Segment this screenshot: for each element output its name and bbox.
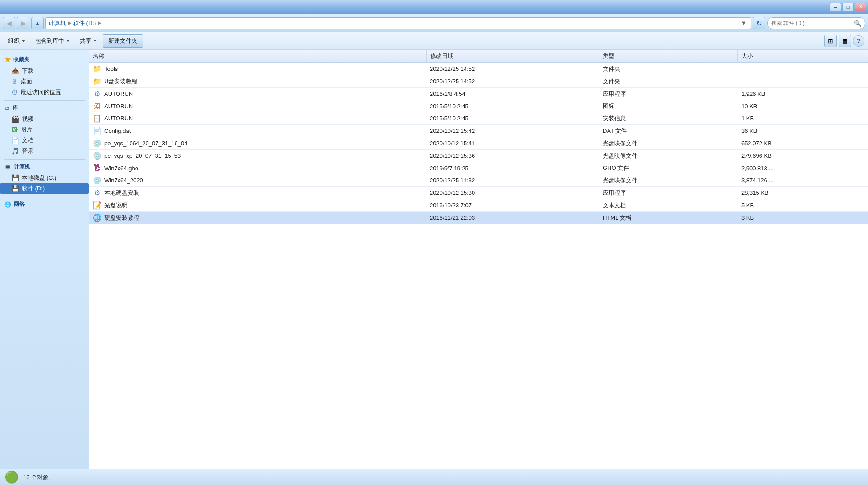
breadcrumb-computer[interactable]: 计算机 xyxy=(49,19,66,27)
file-size: 10 KB xyxy=(738,100,868,112)
back-button[interactable]: ◀ xyxy=(3,17,15,29)
sidebar-header-favorites[interactable]: ★ 收藏夹 xyxy=(0,53,89,66)
file-name: Win7x64.gho xyxy=(104,165,138,172)
archive-button[interactable]: 包含到库中 ▼ xyxy=(31,34,74,48)
col-type[interactable]: 类型 xyxy=(599,50,738,63)
archive-arrow: ▼ xyxy=(66,39,70,43)
file-type: 应用程序 xyxy=(599,88,738,100)
col-modified[interactable]: 修改日期 xyxy=(426,50,599,63)
col-name[interactable]: 名称 xyxy=(89,50,426,63)
table-row[interactable]: 📋 AUTORUN 2015/5/10 2:45 安装信息 1 KB xyxy=(89,112,868,125)
file-name-cell: ⚙ AUTORUN xyxy=(89,88,426,100)
sidebar-item-video[interactable]: 🎬 视频 xyxy=(0,114,89,124)
breadcrumb: 计算机 ▶ 软件 (D:) ▶ ▼ xyxy=(45,17,751,29)
file-size: 652,072 KB xyxy=(738,137,868,150)
sidebar-item-recent[interactable]: ⏱ 最近访问的位置 xyxy=(0,87,89,98)
help-button[interactable]: ? xyxy=(853,35,864,47)
up-button[interactable]: ▲ xyxy=(31,17,44,29)
organize-button[interactable]: 组织 ▼ xyxy=(4,34,30,48)
file-type: 文件夹 xyxy=(599,75,738,88)
sidebar-item-music[interactable]: 🎵 音乐 xyxy=(0,146,89,156)
sidebar-item-document[interactable]: 📄 文档 xyxy=(0,135,89,146)
sidebar-section-favorites: ★ 收藏夹 📥 下载 🖥 桌面 ⏱ 最近访问的位置 xyxy=(0,53,89,98)
table-row[interactable]: 📄 Config.dat 2020/10/12 15:42 DAT 文件 36 … xyxy=(89,125,868,137)
sidebar-item-software-d[interactable]: 💾 软件 (D:) xyxy=(0,183,89,194)
sidebar-item-desktop[interactable]: 🖥 桌面 xyxy=(0,76,89,87)
file-icon: 📄 xyxy=(93,127,102,135)
file-icon: 💿 xyxy=(93,139,102,148)
sidebar-header-network[interactable]: 🌐 网络 xyxy=(0,199,89,210)
table-row[interactable]: 🌐 硬盘安装教程 2016/11/21 22:03 HTML 文档 3 KB xyxy=(89,212,868,224)
file-type: 文本文档 xyxy=(599,199,738,212)
table-row[interactable]: 📁 Tools 2020/12/25 14:52 文件夹 xyxy=(89,63,868,75)
sidebar-header-computer[interactable]: 💻 计算机 xyxy=(0,161,89,173)
file-name: Tools xyxy=(104,66,118,72)
file-icon: 📝 xyxy=(93,201,102,210)
forward-button[interactable]: ▶ xyxy=(17,17,29,29)
file-name-cell: 🖼 AUTORUN xyxy=(89,100,426,112)
table-row[interactable]: 💿 pe_yqs_1064_20_07_31_16_04 2020/10/12 … xyxy=(89,137,868,150)
file-size: 2,900,813 ... xyxy=(738,162,868,174)
file-size: 3,874,126 ... xyxy=(738,174,868,187)
file-size: 5 KB xyxy=(738,199,868,212)
sidebar-item-local-c[interactable]: 💾 本地磁盘 (C:) xyxy=(0,173,89,183)
table-row[interactable]: ⚙ 本地硬盘安装 2020/10/12 15:30 应用程序 28,315 KB xyxy=(89,187,868,199)
file-name-cell: 🌐 硬盘安装教程 xyxy=(89,212,426,224)
sidebar-header-library[interactable]: 🗂 库 xyxy=(0,103,89,114)
file-name-cell: 📁 U盘安装教程 xyxy=(89,75,426,88)
table-row[interactable]: 📝 光盘说明 2016/10/23 7:07 文本文档 5 KB xyxy=(89,199,868,212)
table-row[interactable]: ⚙ AUTORUN 2016/1/8 4:54 应用程序 1,926 KB xyxy=(89,88,868,100)
file-size xyxy=(738,75,868,88)
close-button[interactable]: ✕ xyxy=(855,3,866,12)
new-folder-button[interactable]: 新建文件夹 xyxy=(103,34,143,48)
share-button[interactable]: 共享 ▼ xyxy=(75,34,102,48)
minimize-button[interactable]: ─ xyxy=(830,3,841,12)
file-modified: 2015/5/10 2:45 xyxy=(426,112,599,125)
file-type: GHO 文件 xyxy=(599,162,738,174)
sidebar-item-download[interactable]: 📥 下载 xyxy=(0,66,89,76)
table-row[interactable]: 🗜 Win7x64.gho 2019/9/7 19:25 GHO 文件 2,90… xyxy=(89,162,868,174)
file-icon: 📋 xyxy=(93,114,102,123)
search-input[interactable] xyxy=(771,20,852,26)
table-row[interactable]: 💿 Win7x64_2020 2020/12/25 11:32 光盘映像文件 3… xyxy=(89,174,868,187)
breadcrumb-drive[interactable]: 软件 (D:) xyxy=(73,19,96,27)
refresh-button[interactable]: ↻ xyxy=(753,17,765,29)
organize-arrow: ▼ xyxy=(21,39,25,43)
maximize-button[interactable]: □ xyxy=(842,3,854,12)
file-icon: 💿 xyxy=(93,176,102,185)
file-name: U盘安装教程 xyxy=(104,78,137,86)
network-label: 网络 xyxy=(14,201,25,208)
file-name: AUTORUN xyxy=(104,115,133,122)
table-row[interactable]: 💿 pe_yqs_xp_20_07_31_15_53 2020/10/12 15… xyxy=(89,150,868,162)
table-row[interactable]: 📁 U盘安装教程 2020/12/25 14:52 文件夹 xyxy=(89,75,868,88)
table-row[interactable]: 🖼 AUTORUN 2015/5/10 2:45 图标 10 KB xyxy=(89,100,868,112)
file-name: Win7x64_2020 xyxy=(104,177,143,184)
file-modified: 2020/10/12 15:36 xyxy=(426,150,599,162)
file-size: 3 KB xyxy=(738,212,868,224)
file-name-cell: ⚙ 本地硬盘安装 xyxy=(89,187,426,199)
title-bar: ─ □ ✕ xyxy=(0,0,868,14)
favorites-label: 收藏夹 xyxy=(13,56,29,63)
file-name: 本地硬盘安装 xyxy=(104,189,139,197)
col-size[interactable]: 大小 xyxy=(738,50,868,63)
file-type: 光盘映像文件 xyxy=(599,150,738,162)
local-c-label: 本地磁盘 (C:) xyxy=(22,174,56,182)
file-modified: 2016/11/21 22:03 xyxy=(426,212,599,224)
address-bar: ◀ ▶ ▲ 计算机 ▶ 软件 (D:) ▶ ▼ ↻ 🔍 xyxy=(0,14,868,32)
file-type: 应用程序 xyxy=(599,187,738,199)
toolbar-right: ⊞ ▦ ? xyxy=(824,35,864,47)
file-size xyxy=(738,63,868,75)
breadcrumb-dropdown[interactable]: ▼ xyxy=(739,19,748,28)
preview-button[interactable]: ▦ xyxy=(839,35,851,47)
sidebar-item-picture[interactable]: 🖼 图片 xyxy=(0,124,89,135)
file-type: 文件夹 xyxy=(599,63,738,75)
search-icon[interactable]: 🔍 xyxy=(854,20,861,27)
file-name: 光盘说明 xyxy=(104,201,128,210)
sidebar-section-network: 🌐 网络 xyxy=(0,199,89,210)
file-name-cell: 🗜 Win7x64.gho xyxy=(89,162,426,174)
view-button[interactable]: ⊞ xyxy=(824,35,837,47)
file-modified: 2020/12/25 14:52 xyxy=(426,75,599,88)
desktop-icon: 🖥 xyxy=(12,78,18,85)
status-icon: 🟢 xyxy=(4,470,19,484)
file-type: 安装信息 xyxy=(599,112,738,125)
